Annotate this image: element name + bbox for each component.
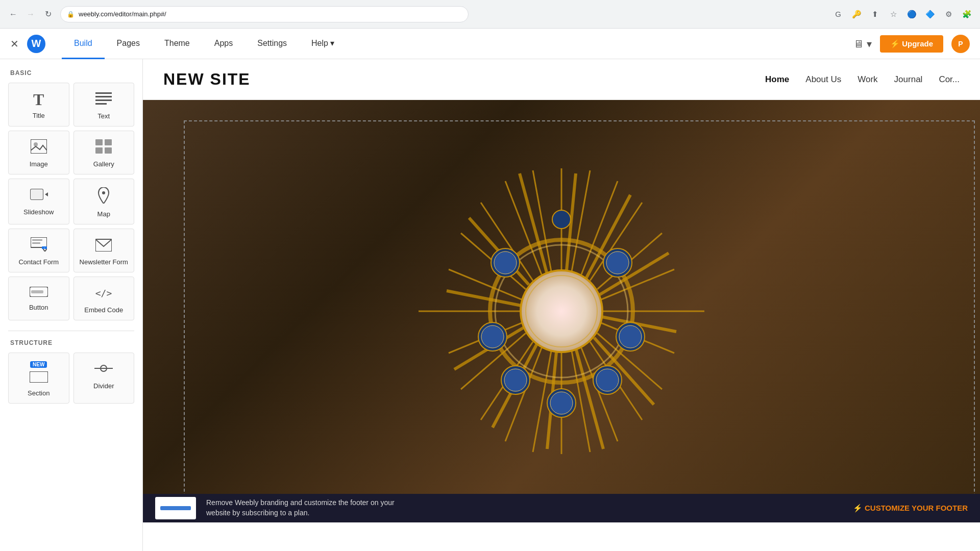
extension-icon-1[interactable]: 🔵: [904, 7, 919, 21]
lock-icon: 🔒: [67, 11, 75, 18]
svg-rect-8: [95, 139, 103, 145]
sidebar-item-slideshow[interactable]: Slideshow: [8, 179, 69, 224]
site-header: NEW SITE Home About Us Work Journal Cor.…: [143, 59, 980, 100]
sidebar-item-map[interactable]: Map: [74, 179, 135, 224]
url-text: weebly.com/editor/main.php#/: [79, 10, 166, 18]
text-label: Text: [97, 112, 110, 120]
svg-rect-13: [31, 189, 43, 199]
basic-section-title: BASIC: [8, 69, 134, 77]
upgrade-button[interactable]: ⚡ Upgrade: [880, 35, 943, 53]
nav-work[interactable]: Work: [857, 74, 877, 85]
svg-rect-5: [95, 103, 107, 105]
svg-point-76: [504, 369, 527, 391]
customize-footer-button[interactable]: ⚡ CUSTOMIZE YOUR FOOTER: [853, 504, 968, 513]
newsletter-label: Newsletter Form: [80, 258, 128, 266]
sidebar-item-title[interactable]: T Title: [8, 83, 69, 127]
svg-marker-14: [45, 192, 48, 196]
image-label: Image: [30, 160, 48, 168]
footer-banner: Remove Weebly branding and customize the…: [143, 494, 980, 522]
new-badge: NEW: [30, 361, 47, 368]
svg-point-67: [521, 270, 602, 352]
profile-button[interactable]: P: [951, 35, 970, 53]
monstrance-image: [143, 100, 980, 522]
divider-icon: [94, 361, 113, 378]
sidebar-item-divider[interactable]: Divider: [74, 353, 135, 404]
sidebar: BASIC T Title: [0, 59, 143, 551]
browser-icons: G 🔑 ⬆ ☆ 🔵 🔷 ⚙ 🧩: [831, 7, 974, 21]
nav-item-help[interactable]: Help ▾: [299, 29, 347, 59]
forward-button[interactable]: →: [23, 7, 38, 21]
slideshow-label: Slideshow: [23, 208, 54, 216]
svg-point-82: [550, 392, 573, 414]
gallery-label: Gallery: [93, 160, 114, 168]
site-preview: NEW SITE Home About Us Work Journal Cor.…: [143, 59, 980, 551]
contact-form-label: Contact Form: [18, 258, 59, 266]
sidebar-item-image[interactable]: Image: [8, 131, 69, 174]
weebly-topnav: ✕ W Build Pages Theme Apps Settings Help…: [0, 29, 980, 59]
sidebar-item-embed[interactable]: </> Embed Code: [74, 277, 135, 320]
image-icon: [31, 139, 47, 156]
nav-item-theme[interactable]: Theme: [152, 29, 202, 59]
slideshow-icon: [30, 187, 48, 204]
button-label: Button: [29, 304, 48, 311]
svg-rect-10: [95, 147, 103, 154]
svg-point-78: [481, 325, 504, 348]
svg-rect-2: [95, 92, 112, 94]
svg-point-80: [494, 252, 517, 274]
sidebar-divider: [8, 331, 134, 331]
canvas-area: NEW SITE Home About Us Work Journal Cor.…: [143, 59, 980, 551]
extension-icon-4[interactable]: 🧩: [960, 7, 974, 21]
svg-point-72: [619, 325, 642, 348]
svg-rect-3: [95, 96, 112, 97]
share-icon[interactable]: ⬆: [868, 7, 882, 21]
google-icon[interactable]: G: [831, 7, 845, 21]
footer-preview-lines: [160, 506, 191, 510]
newsletter-icon: [95, 237, 112, 254]
contact-form-icon: ✓: [31, 237, 47, 254]
sidebar-item-gallery[interactable]: Gallery: [74, 131, 135, 174]
address-bar[interactable]: 🔒 weebly.com/editor/main.php#/: [60, 6, 469, 22]
sidebar-item-button[interactable]: Button: [8, 277, 69, 320]
svg-text:W: W: [32, 38, 41, 49]
structure-section-title: STRUCTURE: [8, 339, 134, 346]
extension-icon-2[interactable]: 🔷: [923, 7, 937, 21]
browser-chrome: ← → ↻ 🔒 weebly.com/editor/main.php#/ G 🔑…: [0, 0, 980, 29]
nav-item-apps[interactable]: Apps: [202, 29, 245, 59]
text-icon: [95, 91, 112, 108]
nav-about[interactable]: About Us: [805, 74, 841, 85]
site-nav: Home About Us Work Journal Cor...: [765, 74, 960, 85]
nav-contact[interactable]: Cor...: [939, 74, 960, 85]
svg-point-15: [102, 191, 105, 194]
svg-rect-11: [105, 147, 112, 154]
nav-item-pages[interactable]: Pages: [105, 29, 152, 59]
svg-rect-23: [31, 290, 43, 293]
map-label: Map: [97, 210, 110, 218]
extension-icon-3[interactable]: ⚙: [941, 7, 955, 21]
svg-rect-6: [31, 139, 47, 154]
back-button[interactable]: ←: [6, 7, 20, 21]
svg-text:✓: ✓: [43, 246, 45, 249]
bookmark-icon[interactable]: ☆: [886, 7, 900, 21]
sidebar-item-section[interactable]: NEW Section: [8, 353, 69, 404]
svg-point-83: [552, 210, 571, 229]
close-button[interactable]: ✕: [10, 38, 19, 50]
svg-rect-25: [30, 371, 48, 383]
weebly-logo[interactable]: W: [27, 35, 45, 53]
sidebar-item-newsletter[interactable]: Newsletter Form: [74, 229, 135, 272]
device-selector[interactable]: 🖥 ▾: [853, 38, 872, 50]
sidebar-item-contact-form[interactable]: ✓ Contact Form: [8, 229, 69, 272]
weebly-nav-items: Build Pages Theme Apps Settings Help ▾: [62, 29, 347, 59]
svg-rect-4: [95, 99, 112, 101]
sidebar-item-text[interactable]: Text: [74, 83, 135, 127]
nav-item-build[interactable]: Build: [62, 29, 105, 59]
basic-items-grid: T Title Text: [8, 83, 134, 320]
reload-button[interactable]: ↻: [41, 7, 55, 21]
nav-journal[interactable]: Journal: [894, 74, 923, 85]
nav-item-settings[interactable]: Settings: [245, 29, 299, 59]
svg-rect-9: [105, 139, 112, 145]
nav-home[interactable]: Home: [765, 74, 789, 85]
svg-rect-18: [32, 242, 40, 244]
hero-area: Remove Weebly branding and customize the…: [143, 100, 980, 522]
key-icon[interactable]: 🔑: [849, 7, 864, 21]
footer-preview: [155, 497, 196, 519]
